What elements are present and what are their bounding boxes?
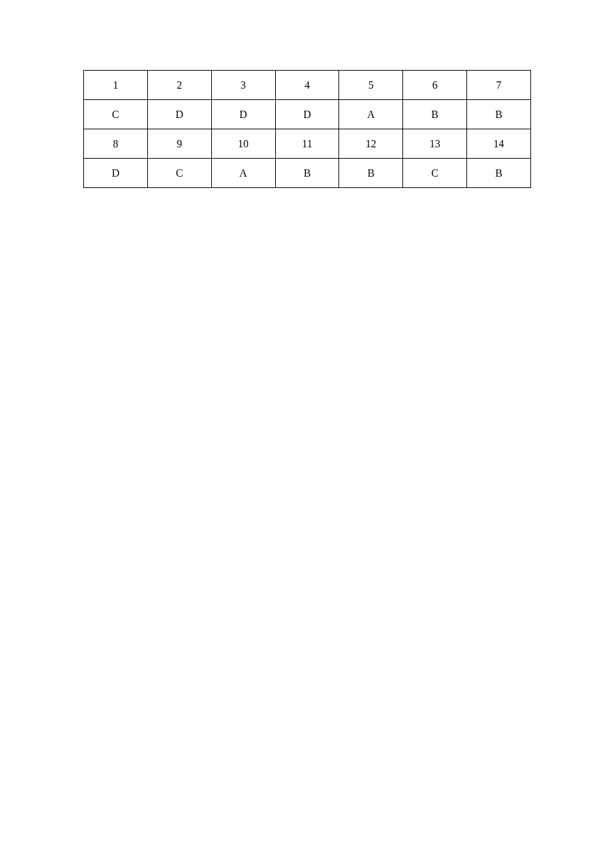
table-cell: B — [339, 159, 403, 188]
table-cell: 9 — [147, 129, 211, 159]
table-row: 1 2 3 4 5 6 7 — [84, 71, 531, 100]
table-cell: D — [84, 159, 148, 188]
table-cell: 12 — [339, 129, 403, 159]
table-cell: C — [147, 159, 211, 188]
answer-table: 1 2 3 4 5 6 7 C D D D A B B 8 9 10 11 12… — [83, 70, 531, 188]
table-cell: 13 — [403, 129, 467, 159]
table-cell: 4 — [275, 71, 339, 100]
table-row: 8 9 10 11 12 13 14 — [84, 129, 531, 159]
table-cell: 10 — [211, 129, 275, 159]
table-row: D C A B B C B — [84, 159, 531, 188]
table-cell: C — [84, 100, 148, 129]
table-cell: D — [275, 100, 339, 129]
table-cell: B — [403, 100, 467, 129]
table-cell: 2 — [147, 71, 211, 100]
table-cell: B — [467, 100, 531, 129]
table-row: C D D D A B B — [84, 100, 531, 129]
answer-table-container: 1 2 3 4 5 6 7 C D D D A B B 8 9 10 11 12… — [83, 70, 531, 188]
table-cell: 7 — [467, 71, 531, 100]
table-cell: A — [339, 100, 403, 129]
table-cell: 6 — [403, 71, 467, 100]
table-cell: D — [147, 100, 211, 129]
table-cell: 8 — [84, 129, 148, 159]
table-cell: B — [275, 159, 339, 188]
table-cell: 1 — [84, 71, 148, 100]
table-cell: C — [403, 159, 467, 188]
table-cell: B — [467, 159, 531, 188]
table-cell: D — [211, 100, 275, 129]
table-cell: 3 — [211, 71, 275, 100]
table-cell: 5 — [339, 71, 403, 100]
table-cell: A — [211, 159, 275, 188]
table-cell: 14 — [467, 129, 531, 159]
table-cell: 11 — [275, 129, 339, 159]
